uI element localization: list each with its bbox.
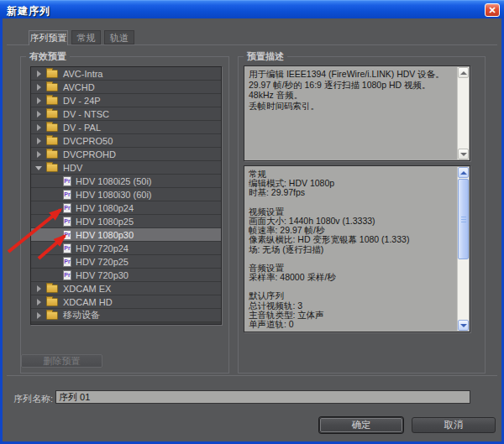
- tree-item-label: HDV 720p25: [76, 257, 129, 267]
- expand-icon[interactable]: [35, 311, 44, 320]
- tree-item-label: XDCAM HD: [63, 297, 113, 307]
- tree-item-hdv[interactable]: HDV: [31, 161, 221, 175]
- new-sequence-dialog: 新建序列 ✕ 序列预置 常规 轨道 有效预置 预置描述 AVC-IntraAVC…: [0, 0, 504, 444]
- scroll-down-icon[interactable]: [458, 149, 469, 159]
- tree-item-dvcpro50[interactable]: DVCPRO50: [31, 134, 221, 148]
- expand-icon[interactable]: [35, 70, 44, 78]
- tree-item-hdv-720p25[interactable]: PrHDV 720p25: [31, 255, 221, 269]
- delete-preset-button[interactable]: 删除预置: [21, 354, 102, 368]
- tree-item-hdv-1080p25[interactable]: PrHDV 1080p25: [31, 215, 221, 228]
- tree-item-avchd[interactable]: AVCHD: [31, 81, 221, 94]
- folder-icon: [46, 137, 58, 145]
- tree-item-dv-ntsc[interactable]: DV - NTSC: [31, 107, 221, 121]
- preset-tree[interactable]: AVC-IntraAVCHDDV - 24PDV - NTSCDV - PALD…: [30, 66, 222, 325]
- folder-icon: [46, 150, 58, 159]
- tree-item-label: AVCHD: [63, 82, 95, 92]
- preset-file-icon: Pr: [63, 257, 71, 267]
- tree-item-hdv-1080i25-50i-[interactable]: PrHDV 1080i25 (50i): [31, 175, 221, 188]
- preset-detail-text: 常规编辑模式: HDV 1080p时基: 29.97fps视频设置画面大小: 1…: [244, 166, 470, 328]
- preset-file-icon: Pr: [63, 217, 71, 227]
- preset-file-icon: Pr: [63, 203, 71, 213]
- tree-item-label: HDV 720p24: [76, 243, 129, 253]
- text-line: 默认序列: [249, 290, 454, 300]
- tab-tracks[interactable]: 轨道: [104, 30, 134, 44]
- tree-item-xdcam-hd[interactable]: XDCAM HD: [31, 295, 221, 309]
- expand-icon[interactable]: [35, 83, 44, 91]
- tree-item-label: DV - NTSC: [63, 109, 109, 119]
- preset-file-icon: Pr: [63, 176, 71, 186]
- tree-item-label: XDCAM EX: [63, 284, 111, 294]
- tree-item-label: HDV 1080i25 (50i): [76, 176, 152, 186]
- tree-item-hdv-1080i30-60i-[interactable]: PrHDV 1080i30 (60i): [31, 188, 221, 201]
- folder-icon: [46, 123, 58, 132]
- close-icon[interactable]: ✕: [485, 3, 500, 17]
- preset-file-icon: Pr: [63, 270, 71, 280]
- preset-summary-text: 用于编辑 IEEE1394 (FireWire/i.LINK) HDV 设备。2…: [244, 66, 470, 111]
- text-line: 场: 无场 (逐行扫描): [249, 244, 454, 253]
- folder-icon: [46, 285, 58, 293]
- tree-item-label: HDV 1080p24: [76, 203, 134, 213]
- tree-item-label: DV - 24P: [63, 96, 101, 106]
- tree-item-hdv-720p30[interactable]: PrHDV 720p30: [31, 269, 221, 282]
- tree-item-dv-24p[interactable]: DV - 24P: [31, 94, 221, 107]
- text-line: 29.97 帧/秒的 16:9 逐行扫描 1080p HD 视频。: [249, 80, 454, 91]
- tree-item-label: DVCPROHD: [63, 149, 116, 159]
- text-line: 帧速率: 29.97 帧/秒: [249, 225, 454, 234]
- text-line: 丢帧时间码索引。: [249, 101, 454, 112]
- text-line: 时基: 29.97fps: [249, 187, 454, 196]
- preset-file-icon: Pr: [63, 243, 71, 253]
- text-line: 总计视频轨: 3: [249, 300, 454, 310]
- cancel-button[interactable]: 取消: [412, 417, 496, 433]
- expand-icon[interactable]: [35, 97, 44, 105]
- expand-icon[interactable]: [35, 298, 44, 306]
- expand-icon[interactable]: [35, 285, 44, 293]
- tree-item-label: HDV 1080i30 (60i): [76, 190, 152, 200]
- text-line: 像素纵横比: HD 变形宽银幕 1080 (1.333): [249, 234, 454, 243]
- text-line: [249, 281, 454, 290]
- text-line: 采样率: 48000 采样/秒: [249, 272, 454, 281]
- tree-item-hdv-720p24[interactable]: PrHDV 720p24: [31, 242, 221, 255]
- text-line: 单声道轨: 0: [249, 319, 454, 328]
- preset-file-icon: Pr: [63, 230, 71, 240]
- summary-scrollbar[interactable]: [457, 67, 469, 159]
- collapse-icon[interactable]: [35, 164, 44, 172]
- tree-item-label: HDV 1080p30: [76, 230, 134, 240]
- tree-item-avc-intra[interactable]: AVC-Intra: [31, 67, 221, 81]
- tree-item-移动设备[interactable]: 移动设备: [31, 309, 221, 322]
- scroll-up-icon[interactable]: [458, 67, 469, 78]
- text-line: 编辑模式: HDV 1080p: [249, 178, 454, 187]
- folder-icon: [46, 298, 58, 306]
- tree-item-dvcprohd[interactable]: DVCPROHD: [31, 148, 221, 161]
- text-line: 视频设置: [249, 206, 454, 216]
- text-line: 音频设置: [249, 263, 454, 272]
- preset-summary-textarea[interactable]: 用于编辑 IEEE1394 (FireWire/i.LINK) HDV 设备。2…: [244, 65, 470, 161]
- ok-button[interactable]: 确定: [319, 417, 403, 433]
- folder-icon: [46, 110, 58, 118]
- preset-file-icon: Pr: [63, 190, 71, 200]
- detail-scrollbar[interactable]: [457, 167, 469, 331]
- sequence-name-input[interactable]: 序列 01: [55, 390, 470, 404]
- titlebar[interactable]: 新建序列 ✕: [0, 0, 504, 18]
- expand-icon[interactable]: [35, 123, 44, 132]
- scrollbar-thumb[interactable]: [458, 179, 469, 259]
- tree-item-xdcam-ex[interactable]: XDCAM EX: [31, 282, 221, 295]
- folder-icon: [46, 311, 58, 320]
- text-line: [249, 253, 454, 263]
- scroll-up-icon[interactable]: [458, 167, 469, 178]
- text-line: [249, 197, 454, 206]
- scroll-down-icon[interactable]: [458, 320, 469, 331]
- tree-item-dv-pal[interactable]: DV - PAL: [31, 121, 221, 134]
- text-line: 用于编辑 IEEE1394 (FireWire/i.LINK) HDV 设备。: [249, 69, 454, 80]
- expand-icon[interactable]: [35, 150, 44, 159]
- text-line: 常规: [249, 169, 454, 178]
- expand-icon[interactable]: [35, 137, 44, 145]
- preset-description-label: 预置描述: [244, 50, 287, 63]
- dialog-title: 新建序列: [7, 4, 50, 18]
- tab-general[interactable]: 常规: [71, 30, 101, 44]
- preset-detail-textarea[interactable]: 常规编辑模式: HDV 1080p时基: 29.97fps视频设置画面大小: 1…: [244, 165, 470, 332]
- tab-sequence-presets[interactable]: 序列预置: [29, 30, 68, 45]
- tree-item-hdv-1080p30[interactable]: PrHDV 1080p30: [31, 228, 221, 242]
- folder-icon: [46, 164, 58, 172]
- expand-icon[interactable]: [35, 110, 44, 118]
- tree-item-hdv-1080p24[interactable]: PrHDV 1080p24: [31, 201, 221, 215]
